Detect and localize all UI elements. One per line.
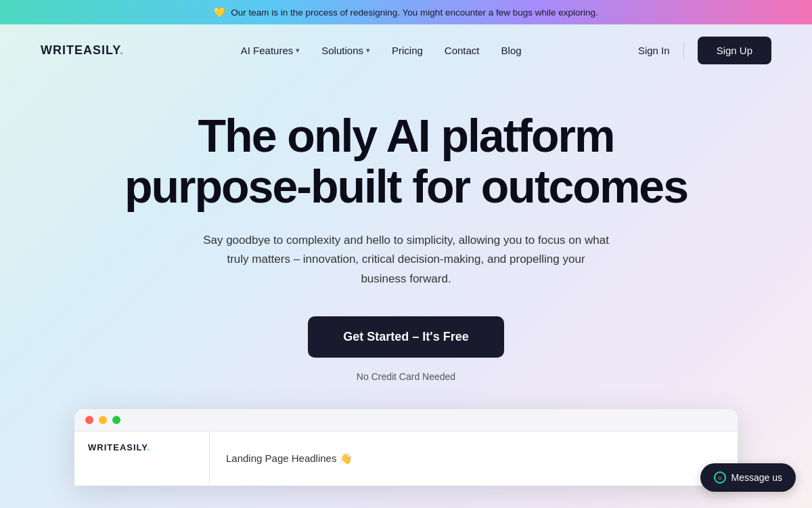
no-credit-card-text: No Credit Card Needed <box>357 371 455 382</box>
nav-label-solutions: Solutions <box>321 45 363 56</box>
nav-link-blog[interactable]: Blog <box>501 45 522 56</box>
nav-links: AI Features ▾ Solutions ▾ Pricing Contac… <box>241 45 522 56</box>
announcement-text: Our team is in the process of redesignin… <box>231 7 598 18</box>
hero-title-line1: The only AI platform <box>198 110 614 161</box>
app-content: WRITEASILY. Landing Page Headlines 👋 <box>74 431 738 486</box>
app-logo-dot: . <box>148 442 151 452</box>
message-us-label: Message us <box>731 472 782 483</box>
app-title-bar <box>74 409 738 431</box>
sign-up-button[interactable]: Sign Up <box>698 37 771 64</box>
landing-page-text: Landing Page Headlines 👋 <box>226 452 353 465</box>
nav-label-ai-features: AI Features <box>241 45 294 56</box>
nav-link-ai-features[interactable]: AI Features ▾ <box>241 45 300 56</box>
traffic-light-green <box>112 416 120 424</box>
hero-section: The only AI platform purpose-built for o… <box>0 77 812 402</box>
message-icon: ○ <box>714 471 726 484</box>
logo-dot: . <box>120 43 124 57</box>
nav-logo[interactable]: WRITEASILY. <box>41 43 124 58</box>
navbar: WRITEASILY. AI Features ▾ Solutions ▾ Pr… <box>0 24 812 77</box>
nav-label-contact: Contact <box>445 45 480 56</box>
nav-link-pricing[interactable]: Pricing <box>392 45 423 56</box>
app-logo-text: WRITEASILY <box>88 442 148 452</box>
app-main-content: Landing Page Headlines 👋 <box>210 431 738 486</box>
nav-actions: Sign In Sign Up <box>638 37 771 64</box>
nav-item-blog[interactable]: Blog <box>501 45 522 56</box>
app-sidebar-logo: WRITEASILY. <box>74 431 210 486</box>
hero-title: The only AI platform purpose-built for o… <box>125 110 687 212</box>
message-us-button[interactable]: ○ Message us <box>700 463 796 492</box>
announcement-emoji: 💛 <box>214 7 225 18</box>
nav-item-solutions[interactable]: Solutions ▾ <box>321 45 370 56</box>
nav-label-blog: Blog <box>501 45 522 56</box>
nav-item-pricing[interactable]: Pricing <box>392 45 423 56</box>
app-preview: WRITEASILY. Landing Page Headlines 👋 <box>74 409 738 486</box>
nav-item-contact[interactable]: Contact <box>445 45 480 56</box>
cta-button[interactable]: Get Started – It's Free <box>308 316 503 358</box>
hero-subtitle: Say goodbye to complexity and hello to s… <box>203 231 609 290</box>
chevron-down-icon: ▾ <box>296 46 300 55</box>
hero-title-line2: purpose-built for outcomes <box>125 161 687 212</box>
traffic-light-red <box>85 416 93 424</box>
nav-divider <box>683 43 684 59</box>
nav-link-contact[interactable]: Contact <box>445 45 480 56</box>
logo-text: WRITEASILY <box>41 43 120 57</box>
chevron-down-icon-2: ▾ <box>366 46 370 55</box>
nav-label-pricing: Pricing <box>392 45 423 56</box>
nav-link-solutions[interactable]: Solutions ▾ <box>321 45 370 56</box>
announcement-bar: 💛 Our team is in the process of redesign… <box>0 0 812 24</box>
traffic-light-yellow <box>99 416 107 424</box>
nav-item-ai-features[interactable]: AI Features ▾ <box>241 45 300 56</box>
sign-in-link[interactable]: Sign In <box>638 45 670 56</box>
